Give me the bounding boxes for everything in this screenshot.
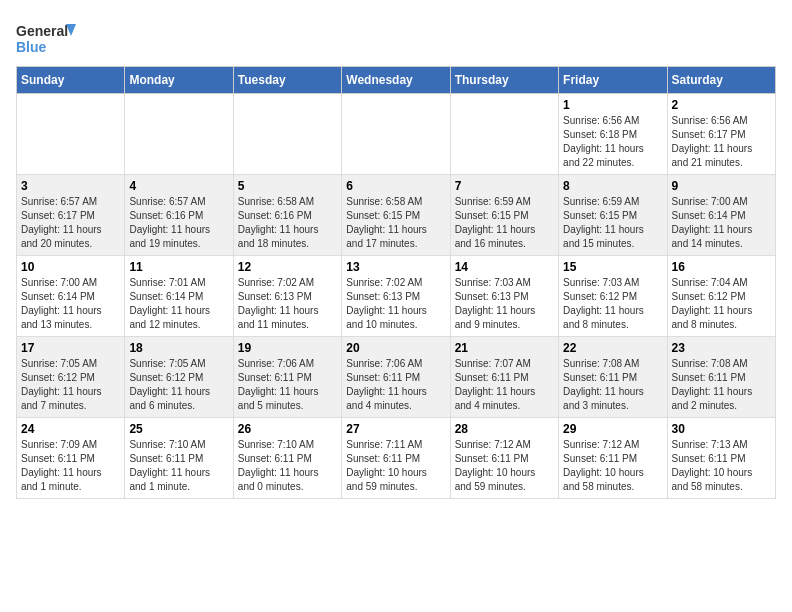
day-number: 5	[238, 179, 337, 193]
svg-text:General: General	[16, 23, 68, 39]
day-info: Sunrise: 6:56 AMSunset: 6:17 PMDaylight:…	[672, 114, 771, 170]
calendar-cell: 29Sunrise: 7:12 AMSunset: 6:11 PMDayligh…	[559, 418, 667, 499]
day-info: Sunrise: 7:13 AMSunset: 6:11 PMDaylight:…	[672, 438, 771, 494]
calendar-cell: 28Sunrise: 7:12 AMSunset: 6:11 PMDayligh…	[450, 418, 558, 499]
calendar-cell: 1Sunrise: 6:56 AMSunset: 6:18 PMDaylight…	[559, 94, 667, 175]
calendar-cell: 9Sunrise: 7:00 AMSunset: 6:14 PMDaylight…	[667, 175, 775, 256]
day-info: Sunrise: 7:06 AMSunset: 6:11 PMDaylight:…	[238, 357, 337, 413]
day-number: 13	[346, 260, 445, 274]
day-info: Sunrise: 6:59 AMSunset: 6:15 PMDaylight:…	[563, 195, 662, 251]
calendar-cell: 4Sunrise: 6:57 AMSunset: 6:16 PMDaylight…	[125, 175, 233, 256]
calendar-header-friday: Friday	[559, 67, 667, 94]
page-header: GeneralBlue	[16, 16, 776, 58]
calendar-cell	[125, 94, 233, 175]
calendar-header-sunday: Sunday	[17, 67, 125, 94]
day-info: Sunrise: 7:08 AMSunset: 6:11 PMDaylight:…	[672, 357, 771, 413]
calendar-week-row: 10Sunrise: 7:00 AMSunset: 6:14 PMDayligh…	[17, 256, 776, 337]
logo: GeneralBlue	[16, 20, 76, 58]
calendar-cell: 22Sunrise: 7:08 AMSunset: 6:11 PMDayligh…	[559, 337, 667, 418]
day-info: Sunrise: 7:12 AMSunset: 6:11 PMDaylight:…	[563, 438, 662, 494]
logo-svg: GeneralBlue	[16, 20, 76, 58]
day-number: 27	[346, 422, 445, 436]
calendar-header-thursday: Thursday	[450, 67, 558, 94]
day-number: 24	[21, 422, 120, 436]
svg-text:Blue: Blue	[16, 39, 47, 55]
day-number: 2	[672, 98, 771, 112]
calendar-header-row: SundayMondayTuesdayWednesdayThursdayFrid…	[17, 67, 776, 94]
day-info: Sunrise: 7:03 AMSunset: 6:13 PMDaylight:…	[455, 276, 554, 332]
day-info: Sunrise: 7:10 AMSunset: 6:11 PMDaylight:…	[238, 438, 337, 494]
calendar-cell	[233, 94, 341, 175]
calendar-cell	[450, 94, 558, 175]
day-number: 10	[21, 260, 120, 274]
day-number: 28	[455, 422, 554, 436]
calendar-cell: 6Sunrise: 6:58 AMSunset: 6:15 PMDaylight…	[342, 175, 450, 256]
calendar-cell: 16Sunrise: 7:04 AMSunset: 6:12 PMDayligh…	[667, 256, 775, 337]
calendar-week-row: 17Sunrise: 7:05 AMSunset: 6:12 PMDayligh…	[17, 337, 776, 418]
calendar-header-tuesday: Tuesday	[233, 67, 341, 94]
day-number: 16	[672, 260, 771, 274]
calendar-cell: 21Sunrise: 7:07 AMSunset: 6:11 PMDayligh…	[450, 337, 558, 418]
calendar-cell: 18Sunrise: 7:05 AMSunset: 6:12 PMDayligh…	[125, 337, 233, 418]
day-number: 30	[672, 422, 771, 436]
day-number: 8	[563, 179, 662, 193]
calendar-table: SundayMondayTuesdayWednesdayThursdayFrid…	[16, 66, 776, 499]
calendar-cell: 5Sunrise: 6:58 AMSunset: 6:16 PMDaylight…	[233, 175, 341, 256]
day-number: 26	[238, 422, 337, 436]
calendar-cell: 17Sunrise: 7:05 AMSunset: 6:12 PMDayligh…	[17, 337, 125, 418]
day-info: Sunrise: 7:05 AMSunset: 6:12 PMDaylight:…	[21, 357, 120, 413]
day-info: Sunrise: 7:11 AMSunset: 6:11 PMDaylight:…	[346, 438, 445, 494]
day-number: 29	[563, 422, 662, 436]
day-number: 3	[21, 179, 120, 193]
day-number: 11	[129, 260, 228, 274]
day-info: Sunrise: 6:56 AMSunset: 6:18 PMDaylight:…	[563, 114, 662, 170]
calendar-cell: 13Sunrise: 7:02 AMSunset: 6:13 PMDayligh…	[342, 256, 450, 337]
calendar-cell: 25Sunrise: 7:10 AMSunset: 6:11 PMDayligh…	[125, 418, 233, 499]
calendar-cell: 20Sunrise: 7:06 AMSunset: 6:11 PMDayligh…	[342, 337, 450, 418]
day-info: Sunrise: 7:02 AMSunset: 6:13 PMDaylight:…	[346, 276, 445, 332]
calendar-cell	[17, 94, 125, 175]
day-info: Sunrise: 7:08 AMSunset: 6:11 PMDaylight:…	[563, 357, 662, 413]
day-info: Sunrise: 7:06 AMSunset: 6:11 PMDaylight:…	[346, 357, 445, 413]
day-number: 1	[563, 98, 662, 112]
day-number: 15	[563, 260, 662, 274]
day-info: Sunrise: 7:00 AMSunset: 6:14 PMDaylight:…	[672, 195, 771, 251]
day-number: 20	[346, 341, 445, 355]
calendar-cell: 15Sunrise: 7:03 AMSunset: 6:12 PMDayligh…	[559, 256, 667, 337]
day-info: Sunrise: 7:03 AMSunset: 6:12 PMDaylight:…	[563, 276, 662, 332]
calendar-cell: 27Sunrise: 7:11 AMSunset: 6:11 PMDayligh…	[342, 418, 450, 499]
day-number: 14	[455, 260, 554, 274]
day-number: 22	[563, 341, 662, 355]
day-info: Sunrise: 7:12 AMSunset: 6:11 PMDaylight:…	[455, 438, 554, 494]
day-info: Sunrise: 7:05 AMSunset: 6:12 PMDaylight:…	[129, 357, 228, 413]
calendar-cell: 23Sunrise: 7:08 AMSunset: 6:11 PMDayligh…	[667, 337, 775, 418]
calendar-header-saturday: Saturday	[667, 67, 775, 94]
calendar-cell: 26Sunrise: 7:10 AMSunset: 6:11 PMDayligh…	[233, 418, 341, 499]
day-number: 4	[129, 179, 228, 193]
calendar-week-row: 24Sunrise: 7:09 AMSunset: 6:11 PMDayligh…	[17, 418, 776, 499]
day-info: Sunrise: 6:57 AMSunset: 6:16 PMDaylight:…	[129, 195, 228, 251]
day-info: Sunrise: 7:04 AMSunset: 6:12 PMDaylight:…	[672, 276, 771, 332]
calendar-cell: 3Sunrise: 6:57 AMSunset: 6:17 PMDaylight…	[17, 175, 125, 256]
calendar-week-row: 1Sunrise: 6:56 AMSunset: 6:18 PMDaylight…	[17, 94, 776, 175]
day-info: Sunrise: 7:02 AMSunset: 6:13 PMDaylight:…	[238, 276, 337, 332]
day-info: Sunrise: 7:01 AMSunset: 6:14 PMDaylight:…	[129, 276, 228, 332]
calendar-cell: 30Sunrise: 7:13 AMSunset: 6:11 PMDayligh…	[667, 418, 775, 499]
calendar-cell: 14Sunrise: 7:03 AMSunset: 6:13 PMDayligh…	[450, 256, 558, 337]
day-number: 7	[455, 179, 554, 193]
calendar-cell: 10Sunrise: 7:00 AMSunset: 6:14 PMDayligh…	[17, 256, 125, 337]
calendar-cell: 11Sunrise: 7:01 AMSunset: 6:14 PMDayligh…	[125, 256, 233, 337]
calendar-header-wednesday: Wednesday	[342, 67, 450, 94]
day-number: 18	[129, 341, 228, 355]
day-number: 25	[129, 422, 228, 436]
calendar-cell: 12Sunrise: 7:02 AMSunset: 6:13 PMDayligh…	[233, 256, 341, 337]
calendar-cell: 19Sunrise: 7:06 AMSunset: 6:11 PMDayligh…	[233, 337, 341, 418]
day-number: 21	[455, 341, 554, 355]
calendar-cell: 7Sunrise: 6:59 AMSunset: 6:15 PMDaylight…	[450, 175, 558, 256]
day-number: 6	[346, 179, 445, 193]
day-info: Sunrise: 7:00 AMSunset: 6:14 PMDaylight:…	[21, 276, 120, 332]
day-info: Sunrise: 6:58 AMSunset: 6:16 PMDaylight:…	[238, 195, 337, 251]
calendar-cell: 8Sunrise: 6:59 AMSunset: 6:15 PMDaylight…	[559, 175, 667, 256]
day-number: 9	[672, 179, 771, 193]
day-info: Sunrise: 7:10 AMSunset: 6:11 PMDaylight:…	[129, 438, 228, 494]
